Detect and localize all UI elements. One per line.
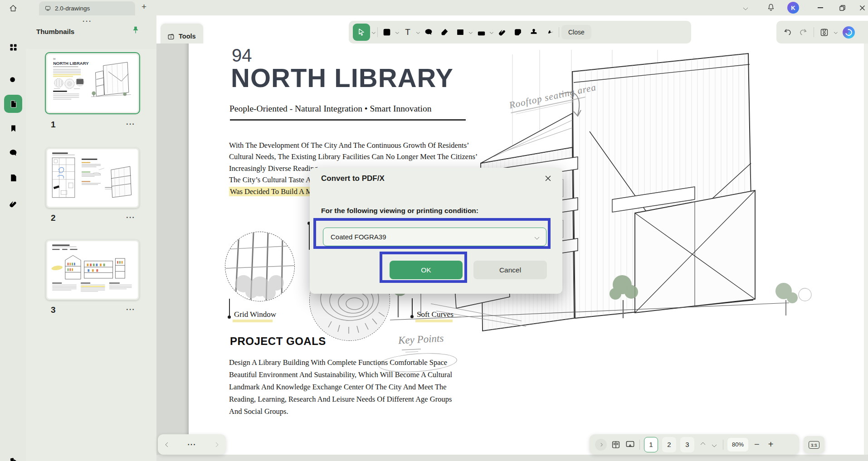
page-down-icon[interactable] (712, 442, 717, 447)
notifications-button[interactable] (766, 3, 775, 12)
toolbar-divider (559, 27, 559, 37)
redo-button[interactable] (798, 27, 808, 37)
select-tool-chevron-icon[interactable] (372, 30, 375, 34)
thumbnail-1-number: 1 (51, 120, 56, 130)
grid-window-detail-image (225, 232, 295, 301)
undo-button[interactable] (783, 27, 793, 37)
keypoints-annotation: Key Points (398, 332, 444, 346)
next-page-icon[interactable] (213, 442, 218, 447)
pin-icon[interactable] (131, 25, 141, 35)
keypoints-underline-mark (401, 348, 428, 354)
dialog-condition-label: For the following viewing or printing co… (321, 207, 478, 215)
measure-tool-chevron-icon[interactable] (490, 30, 493, 34)
page-edit-button[interactable] (4, 169, 22, 187)
doc-rule (230, 119, 466, 121)
doc-paragraph-line: And Social Groups. (229, 407, 288, 416)
highlighter-tool-button[interactable] (438, 24, 451, 40)
attachments-button[interactable] (4, 195, 22, 213)
nav-more-icon[interactable]: ··· (188, 441, 196, 449)
minimize-button[interactable] (814, 2, 827, 14)
page-button-3[interactable]: 3 (680, 437, 694, 452)
stamp-tool-button[interactable] (527, 24, 541, 40)
search-button[interactable] (4, 71, 22, 89)
maximize-button[interactable] (835, 2, 849, 14)
doc-paragraph-line: Cultural Needs, The Existing Library Fac… (229, 152, 478, 161)
cancel-button[interactable]: Cancel (473, 261, 547, 279)
ai-assistant-button[interactable] (843, 26, 855, 39)
document-tab-icon (44, 5, 51, 12)
bottom-strip (156, 455, 868, 461)
expand-bar-button[interactable] (595, 439, 607, 451)
tools-icon (166, 32, 176, 41)
page-button-2[interactable]: 2 (662, 437, 676, 452)
avatar[interactable]: K (787, 2, 799, 14)
thumbnail-page-2[interactable] (46, 148, 139, 208)
page-up-icon[interactable] (700, 442, 705, 447)
document-tab[interactable]: 2.0-drawings (39, 1, 135, 15)
thumbnail-1-more-icon[interactable]: ··· (126, 120, 135, 129)
presentation-mode-icon[interactable] (625, 439, 635, 450)
doc-paragraph-line: Increasingly Diverse Reading (229, 164, 318, 173)
page-button-1[interactable]: 1 (644, 437, 658, 452)
thumbnail-page-3[interactable] (46, 240, 139, 300)
sticker-tool-button[interactable] (511, 24, 525, 40)
toolbar-divider (814, 27, 814, 37)
thumbnail-2-more-icon[interactable]: ··· (126, 213, 135, 222)
canvas-gutter (156, 44, 189, 455)
save-chevron-icon[interactable] (834, 30, 838, 34)
zoom-in-icon[interactable]: + (768, 439, 774, 450)
close-toolbar-button[interactable]: Close (561, 25, 591, 39)
comment-tool-button[interactable] (422, 24, 435, 40)
doc-paragraph-line: Design A Library Building With Complete … (229, 358, 447, 367)
dialog-close-icon[interactable] (543, 173, 553, 183)
measure-tool-button[interactable] (474, 24, 488, 40)
text-tool-button[interactable]: T (401, 24, 414, 40)
new-tab-button[interactable]: + (141, 2, 146, 12)
doc-paragraph-line: Landmark And Knowledge Exchange Center O… (229, 383, 447, 392)
toolbar-divider (377, 27, 378, 37)
actual-size-button[interactable]: 1:1 (804, 436, 824, 453)
app-grid-button[interactable] (4, 38, 22, 56)
statusbar-divider (723, 440, 723, 450)
home-button[interactable] (7, 2, 19, 14)
actual-size-icon: 1:1 (809, 441, 819, 449)
select-tool-button[interactable] (353, 24, 370, 41)
attach-tool-button[interactable] (495, 24, 509, 40)
titlebar-chevron-down-icon[interactable] (744, 6, 747, 10)
annotation-arrow (557, 88, 586, 122)
zoom-out-icon[interactable]: − (754, 439, 760, 450)
zoom-level[interactable]: 80% (727, 438, 748, 451)
scrollbar-track[interactable] (864, 44, 868, 461)
thumbnail-3-more-icon[interactable]: ··· (126, 305, 135, 314)
bookmarks-button[interactable] (4, 119, 22, 137)
heading-tool-chevron-icon[interactable] (395, 30, 399, 34)
annotation-rect-dropdown (313, 218, 551, 249)
ai-swirl-icon (844, 28, 853, 37)
color-palette-button[interactable] (4, 452, 22, 461)
reading-mode-icon[interactable] (611, 440, 621, 450)
avatar-initial: K (791, 5, 795, 11)
thumbnails-panel-button[interactable] (4, 95, 22, 113)
left-rail (0, 15, 26, 461)
save-button[interactable] (819, 28, 829, 37)
doc-subtitle: People-Oriented - Natural Integration • … (229, 104, 431, 114)
comments-button[interactable] (4, 144, 22, 162)
heading-tool-button[interactable] (380, 24, 394, 40)
leader-line (229, 299, 230, 316)
caption-highlight (415, 320, 453, 322)
doc-paragraph-line: With The Development Of The City And The… (229, 141, 469, 150)
status-bar: 1 2 3 80% − + (590, 434, 799, 455)
panel-drag-handle-icon[interactable]: ··· (83, 17, 92, 25)
doc-paragraph-line: Was Decided To Build A Mod (229, 187, 321, 196)
close-window-button[interactable] (855, 2, 868, 14)
thumbnail-page-1[interactable]: 94 NORTH LIBRARY (46, 53, 139, 113)
prev-page-icon[interactable] (165, 442, 170, 447)
shape-tool-button[interactable] (454, 24, 467, 40)
signature-tool-button[interactable] (543, 24, 556, 40)
text-tool-chevron-icon[interactable] (416, 30, 420, 34)
titlebar: 2.0-drawings + K (0, 0, 868, 15)
shape-tool-chevron-icon[interactable] (469, 30, 473, 34)
history-toolbar (776, 21, 868, 44)
annotation-rect-ok (380, 252, 467, 283)
doc-title: NORTH LIBRARY (231, 63, 454, 93)
